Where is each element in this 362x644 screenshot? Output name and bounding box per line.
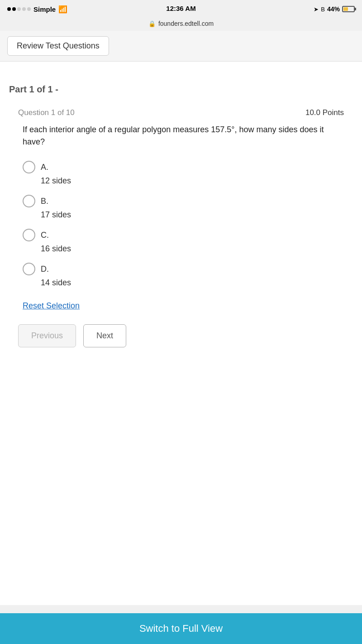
signal-dot-3 [17,7,21,11]
status-right: ➤ B 44% [314,5,355,13]
option-text-d: 14 sides [23,278,344,288]
radio-b[interactable] [23,195,35,207]
option-label-d: D. [41,264,49,274]
previous-button: Previous [18,324,76,347]
main-content: Part 1 of 1 - Question 1 of 10 10.0 Poin… [0,62,362,605]
battery-percentage: 44% [327,5,340,13]
carrier-name: Simple [33,5,56,13]
option-label-c: C. [41,231,49,240]
review-test-questions-button[interactable]: Review Test Questions [7,36,109,56]
bluetooth-icon: B [321,6,325,13]
answer-option-b: B. 17 sides [18,195,344,220]
status-time: 12:36 AM [166,5,195,12]
content-spacer [9,361,353,497]
option-text-b: 17 sides [23,210,344,220]
full-view-bar[interactable]: Switch to Full View [0,613,362,644]
option-label-a: A. [41,163,48,172]
wifi-icon: 📶 [58,5,67,14]
option-row-d: D. [23,263,344,275]
signal-dots [7,7,31,11]
option-label-b: B. [41,197,48,206]
location-icon: ➤ [314,6,319,13]
radio-d[interactable] [23,263,35,275]
part-label: Part 1 of 1 - [9,84,353,95]
url-text: founders.edtell.com [158,20,214,27]
status-bar: Simple 📶 12:36 AM ➤ B 44% [0,0,362,18]
question-header: Question 1 of 10 10.0 Points [18,108,344,117]
question-text: If each interior angle of a regular poly… [18,124,344,148]
option-text-a: 12 sides [23,176,344,186]
next-button[interactable]: Next [83,324,126,347]
battery-fill [343,7,348,11]
radio-a[interactable] [23,161,35,173]
question-container: Question 1 of 10 10.0 Points If each int… [9,108,353,311]
option-text-c: 16 sides [23,244,344,254]
lock-icon: 🔒 [148,20,156,27]
reset-selection-link[interactable]: Reset Selection [18,301,80,311]
question-points: 10.0 Points [305,108,344,117]
signal-dot-2 [12,7,16,11]
radio-c[interactable] [23,229,35,241]
url-bar: 🔒 founders.edtell.com [0,18,362,31]
question-number: Question 1 of 10 [18,108,75,117]
answer-option-c: C. 16 sides [18,229,344,254]
nav-buttons: Previous Next [9,311,353,361]
full-view-label: Switch to Full View [139,623,223,634]
answer-option-a: A. 12 sides [18,161,344,186]
option-row-b: B. [23,195,344,207]
battery-icon [342,6,355,12]
nav-header: Review Test Questions [0,31,362,62]
option-row-c: C. [23,229,344,241]
answer-option-d: D. 14 sides [18,263,344,288]
signal-dot-1 [7,7,11,11]
signal-dot-5 [27,7,31,11]
option-row-a: A. [23,161,344,173]
status-left: Simple 📶 [7,5,67,14]
signal-dot-4 [22,7,26,11]
